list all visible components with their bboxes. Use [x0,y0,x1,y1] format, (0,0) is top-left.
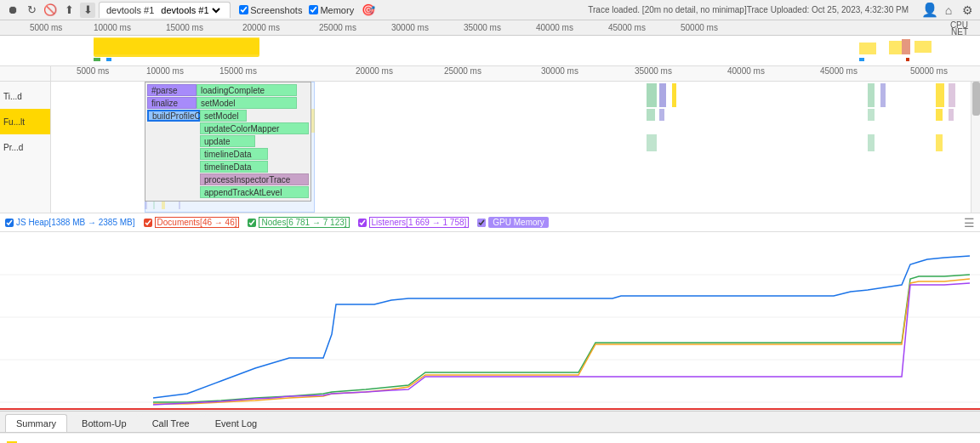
ruler-tick-7: 40000 ms [536,23,573,32]
counter-docs[interactable]: Documents[46 → 46] [144,217,240,228]
listeners-checkbox[interactable] [358,219,367,227]
svg-rect-13 [880,83,886,107]
tab-calltree[interactable]: Call Tree [141,414,201,432]
nodes-checkbox[interactable] [248,219,256,227]
trace-info: Trace loaded. [20m no detail, no minimap… [588,5,909,14]
docs-checkbox[interactable] [144,219,152,227]
devtools-tab[interactable]: devtools #1 devtools #1 [99,2,231,18]
svg-rect-7 [859,58,864,61]
track-label-2: Pr...d [0,134,50,160]
capture-settings-button[interactable]: 🎯 [361,3,376,18]
counter-nodes[interactable]: Nodes[6 781 → 7 123] [248,217,349,228]
overview-svg [0,36,980,66]
ruler-tick-4: 25000 ms [319,23,356,32]
flame-cell-timelinedata-2[interactable]: timelineData [200,161,268,173]
flame-cell-loadingcomplete[interactable]: loadingComplete [197,84,297,96]
svg-rect-11 [672,83,676,107]
svg-rect-0 [94,37,259,54]
svg-rect-23 [868,134,875,151]
memory-checkbox-label[interactable]: Memory [309,5,354,15]
flame-cell-appendtrackatLevel[interactable]: appendTrackAtLevel [200,186,309,198]
record-button[interactable]: ⏺ [5,3,20,18]
ruler-tick-5: 30000 ms [391,23,429,32]
counter-gpu[interactable]: GPU Memory [477,217,549,228]
settings-icon[interactable]: ⚙ [960,3,975,18]
flame-cell-setmodel-2[interactable]: setModel [200,110,247,122]
memory-checkbox[interactable] [309,5,318,14]
svg-rect-2 [889,41,902,54]
jsh-checkbox[interactable] [5,219,14,227]
svg-rect-19 [868,109,875,121]
ruler-tick-3: 20000 ms [242,23,280,32]
overview-ruler: 5000 ms 10000 ms 15000 ms 20000 ms 25000… [0,20,980,36]
flame-cell-timelinedata-1[interactable]: timelineData [200,148,268,160]
flamechart-popup: #parse loadingComplete finalize setModel… [145,82,311,202]
counter-listeners[interactable]: Listeners[1 669 → 1 758] [358,217,470,228]
flame-cell-finalize[interactable]: finalize [147,97,197,109]
svg-rect-3 [902,39,910,54]
svg-rect-10 [659,83,666,107]
flame-row-5: timelineData [147,148,309,160]
flame-row-2: buildProfileCalls setModel [147,110,309,122]
svg-rect-4 [914,41,932,53]
counter-jsh[interactable]: JS Heap[1388 MB → 2385 MB] [5,218,135,227]
ruler-tick-2: 15000 ms [166,23,203,32]
flame-cell-updatecolormapper[interactable]: updateColorMapper [200,122,309,134]
counter-menu-icon[interactable]: ☰ [964,216,975,230]
flame-row-8: appendTrackAtLevel [147,186,309,198]
svg-rect-15 [949,83,955,107]
track-labels: Ti...d Fu...lt Pr...d [0,82,51,213]
svg-rect-18 [659,109,664,121]
clear-button[interactable]: 🚫 [43,3,58,18]
gpu-checkbox[interactable] [477,219,486,227]
screenshots-checkbox[interactable] [239,5,248,14]
home-icon[interactable]: ⌂ [941,3,956,18]
overview-bar[interactable] [0,36,980,66]
flame-row-0: #parse loadingComplete [147,84,309,96]
listeners-label: Listeners[1 669 → 1 758] [369,217,470,228]
scroll-thumb[interactable] [972,82,980,116]
bottom-tabs: Summary Bottom-Up Call Tree Event Log [0,411,980,433]
toolbar-icons: ⏺ ↻ 🚫 ⬆ ⬇ [5,3,95,18]
svg-rect-1 [859,43,876,54]
checkbox-group: Screenshots Memory 🎯 [239,3,376,18]
top-bar: ⏺ ↻ 🚫 ⬆ ⬇ devtools #1 devtools #1 Screen… [0,0,980,20]
svg-rect-17 [647,109,655,121]
bottom-content: buildProfileCalls [0,433,980,443]
svg-rect-9 [647,83,657,107]
avatar-icon[interactable]: 👤 [922,3,937,18]
flame-cell-processinspectortrace[interactable]: processInspectorTrace [200,173,309,185]
timeline-tracks[interactable]: #parse loadingComplete finalize setModel… [51,82,980,213]
track-label-0: Ti...d [0,83,50,109]
flame-cell-buildprofilecalls[interactable]: buildProfileCalls [147,110,200,122]
tab-summary[interactable]: Summary [5,414,67,432]
tab-bottomup[interactable]: Bottom-Up [71,414,138,432]
tab-eventlog[interactable]: Event Log [204,414,269,432]
svg-rect-12 [868,83,875,107]
memory-chart [0,232,980,410]
screenshots-checkbox-label[interactable]: Screenshots [239,5,302,15]
docs-label: Documents[46 → 46] [155,217,240,228]
ruler-tick-1: 10000 ms [94,23,131,32]
devtools-tab-label: devtools #1 [106,5,154,15]
svg-rect-6 [106,58,111,61]
flame-cell-parse[interactable]: #parse [147,84,197,96]
svg-rect-22 [647,134,657,151]
upload-button[interactable]: ⬆ [61,3,77,18]
ruler-tick-9: 50000 ms [681,23,718,32]
flame-row-4: update [147,135,309,147]
flame-cell-update[interactable]: update [200,135,255,147]
chart-area[interactable] [0,232,980,411]
timeline-area: Ti...d Fu...lt Pr...d [0,82,980,213]
nodes-line [153,275,970,402]
chart-baseline [0,408,980,410]
timeline-section: 5000 ms 10000 ms 15000 ms 20000 ms 25000… [0,66,980,213]
gpu-label: GPU Memory [488,217,549,228]
flame-row-7: processInspectorTrace [147,173,309,185]
flame-cell-setmodel-1[interactable]: setModel [197,97,297,109]
download-button[interactable]: ⬇ [80,3,95,18]
flame-row-1: finalize setModel [147,97,309,109]
devtools-tab-select[interactable]: devtools #1 [157,4,223,16]
refresh-button[interactable]: ↻ [24,3,39,18]
vertical-scrollbar[interactable] [971,82,980,213]
